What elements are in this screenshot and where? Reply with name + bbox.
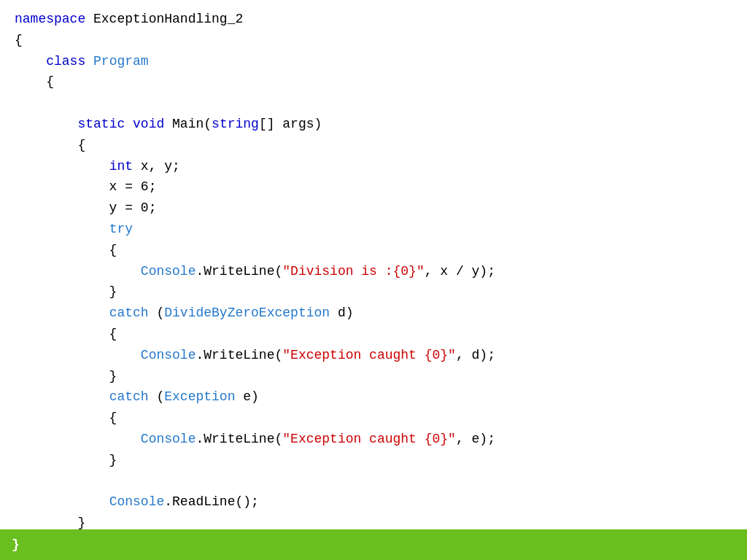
code-line-22: } [15, 450, 732, 471]
code-line-23 [15, 471, 732, 492]
code-line-8: int x, y; [15, 156, 732, 177]
code-line-21: Console.WriteLine("Exception caught {0}"… [15, 429, 732, 450]
code-line-14: } [15, 281, 732, 303]
code-line-19: catch (Exception e) [15, 386, 732, 408]
code-line-1: namespace ExceptionHandling_2 [15, 9, 732, 30]
code-line-5 [15, 93, 732, 114]
code-line-13: Console.WriteLine("Division is :{0}", x … [15, 261, 732, 282]
code-line-15: catch (DivideByZeroException d) [15, 303, 732, 324]
code-line-4: { [15, 71, 732, 93]
code-editor: namespace ExceptionHandling_2 { class Pr… [0, 0, 747, 529]
code-line-3: class Program [15, 51, 732, 72]
bottom-bar-text: } [12, 534, 20, 556]
code-line-18: } [15, 366, 732, 387]
code-line-16: { [15, 324, 732, 345]
code-line-6: static void Main(string[] args) [15, 114, 732, 135]
code-line-24: Console.ReadLine(); [15, 491, 732, 513]
code-line-10: y = 0; [15, 198, 732, 219]
code-line-11: try [15, 219, 732, 240]
code-line-20: { [15, 408, 732, 429]
code-line-25: } [15, 513, 732, 529]
code-line-12: { [15, 240, 732, 261]
bottom-bar: } [0, 529, 747, 560]
code-line-9: x = 6; [15, 176, 732, 198]
code-line-17: Console.WriteLine("Exception caught {0}"… [15, 345, 732, 366]
code-line-2: { [15, 30, 732, 51]
code-line-7: { [15, 135, 732, 156]
